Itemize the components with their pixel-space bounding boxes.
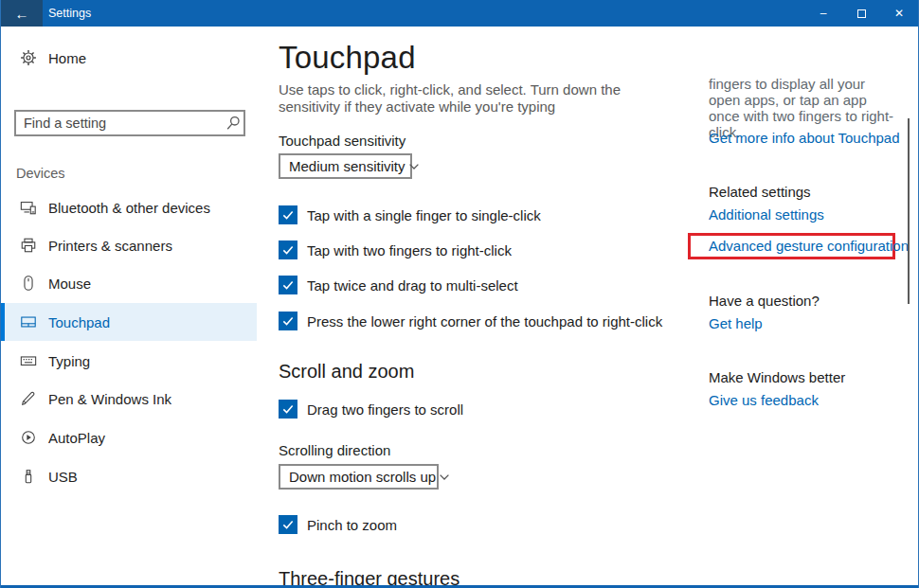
- sidebar-item-pen[interactable]: Pen & Windows Ink: [1, 380, 257, 418]
- get-help-link[interactable]: Get help: [709, 315, 763, 331]
- sidebar-item-label: Pen & Windows Ink: [48, 391, 171, 407]
- checkbox-label: Drag two fingers to scroll: [307, 401, 463, 418]
- sidebar-item-label: AutoPlay: [48, 430, 105, 446]
- sidebar-item-label: Touchpad: [48, 314, 110, 330]
- window-title: Settings: [48, 0, 91, 27]
- scrolling-direction-dropdown[interactable]: Down motion scrolls up: [279, 464, 439, 490]
- checkbox-label: Tap twice and drag to multi-select: [307, 277, 518, 294]
- minimize-icon: –: [820, 7, 827, 20]
- checkbox-row-lower-right-corner: Press the lower right corner of the touc…: [279, 312, 662, 330]
- close-icon: ✕: [894, 7, 904, 20]
- titlebar: ← Settings – ✕: [1, 0, 918, 27]
- sidebar: Home Devices Bluetooth & other devices: [1, 27, 257, 588]
- sidebar-item-printers[interactable]: Printers & scanners: [1, 226, 257, 264]
- selected-indicator: [1, 303, 5, 341]
- scrolling-direction-value: Down motion scrolls up: [280, 469, 436, 485]
- sensitivity-dropdown[interactable]: Medium sensitivity: [279, 153, 412, 179]
- window-controls: – ✕: [804, 0, 918, 27]
- checkbox-row-tap-twice: Tap twice and drag to multi-select: [279, 276, 518, 294]
- checkbox-single-finger[interactable]: [279, 205, 297, 224]
- sidebar-item-label: Printers & scanners: [48, 238, 172, 254]
- vertical-scrollbar-thumb[interactable]: [908, 118, 910, 304]
- sidebar-item-mouse[interactable]: Mouse: [1, 264, 257, 302]
- maximize-button[interactable]: [842, 0, 880, 27]
- sensitivity-value: Medium sensitivity: [280, 158, 405, 174]
- sidebar-section-devices: Devices: [16, 166, 65, 181]
- pen-icon: [20, 390, 37, 407]
- keyboard-icon: [20, 352, 37, 369]
- additional-settings-link[interactable]: Additional settings: [709, 206, 824, 223]
- sidebar-item-label: Mouse: [48, 276, 91, 292]
- autoplay-icon: [20, 429, 37, 446]
- search-icon[interactable]: [223, 116, 243, 131]
- sidebar-item-autoplay[interactable]: AutoPlay: [1, 419, 257, 456]
- checkbox-label: Tap with a single finger to single-click: [307, 207, 541, 223]
- sidebar-item-label: USB: [48, 469, 78, 485]
- checkbox-label: Press the lower right corner of the touc…: [307, 313, 662, 330]
- gear-icon: [20, 49, 37, 66]
- checkbox-label: Tap with two fingers to right-click: [307, 242, 512, 258]
- checkbox-row-drag-scroll: Drag two fingers to scroll: [279, 400, 463, 419]
- back-arrow-icon: ←: [15, 6, 29, 22]
- sidebar-item-label: Typing: [48, 353, 90, 369]
- close-button[interactable]: ✕: [880, 0, 918, 27]
- checkbox-pinch-zoom[interactable]: [279, 515, 297, 534]
- checkbox-row-pinch-zoom: Pinch to zoom: [279, 515, 397, 534]
- scrolling-direction-label: Scrolling direction: [279, 442, 390, 458]
- sidebar-item-usb[interactable]: USB: [1, 457, 257, 495]
- have-a-question-heading: Have a question?: [709, 293, 820, 309]
- page-description: Use taps to click, right-click, and sele…: [279, 81, 662, 115]
- mouse-icon: [20, 275, 37, 292]
- sidebar-item-home[interactable]: Home: [1, 42, 257, 74]
- sensitivity-label: Touchpad sensitivity: [279, 133, 405, 149]
- page-title: Touchpad: [279, 40, 416, 76]
- search-box: [14, 110, 245, 136]
- bluetooth-devices-icon: [20, 199, 37, 216]
- search-input[interactable]: [16, 116, 223, 131]
- sidebar-item-label: Bluetooth & other devices: [48, 200, 210, 216]
- sidebar-item-label: Home: [48, 50, 86, 66]
- make-windows-better-heading: Make Windows better: [709, 369, 845, 385]
- chevron-down-icon: [405, 164, 427, 169]
- more-info-link[interactable]: Get more info about Touchpad: [709, 130, 900, 146]
- sidebar-item-touchpad[interactable]: Touchpad: [1, 303, 257, 341]
- minimize-button[interactable]: –: [804, 0, 842, 27]
- checkbox-lower-right-corner[interactable]: [279, 312, 297, 330]
- give-us-feedback-link[interactable]: Give us feedback: [709, 392, 819, 408]
- scroll-zoom-section-title: Scroll and zoom: [279, 361, 414, 383]
- settings-window: ← Settings – ✕: [0, 0, 919, 588]
- printer-icon: [20, 237, 37, 254]
- sidebar-item-bluetooth[interactable]: Bluetooth & other devices: [1, 188, 257, 226]
- checkbox-two-fingers[interactable]: [279, 241, 297, 259]
- advanced-gesture-configuration-link[interactable]: Advanced gesture configuration: [691, 236, 892, 257]
- maximize-icon: [857, 9, 866, 18]
- back-button[interactable]: ←: [1, 0, 43, 27]
- related-settings-heading: Related settings: [709, 184, 811, 200]
- chevron-down-icon: [436, 474, 458, 480]
- checkbox-row-two-fingers: Tap with two fingers to right-click: [279, 241, 512, 259]
- checkbox-tap-twice[interactable]: [279, 276, 297, 294]
- checkbox-row-single-finger: Tap with a single finger to single-click: [279, 205, 541, 224]
- sidebar-item-typing[interactable]: Typing: [1, 342, 257, 380]
- checkbox-drag-scroll[interactable]: [279, 400, 297, 419]
- touchpad-icon: [20, 313, 37, 330]
- usb-icon: [20, 468, 37, 485]
- highlight-box: Advanced gesture configuration: [688, 233, 895, 259]
- checkbox-label: Pinch to zoom: [307, 517, 397, 533]
